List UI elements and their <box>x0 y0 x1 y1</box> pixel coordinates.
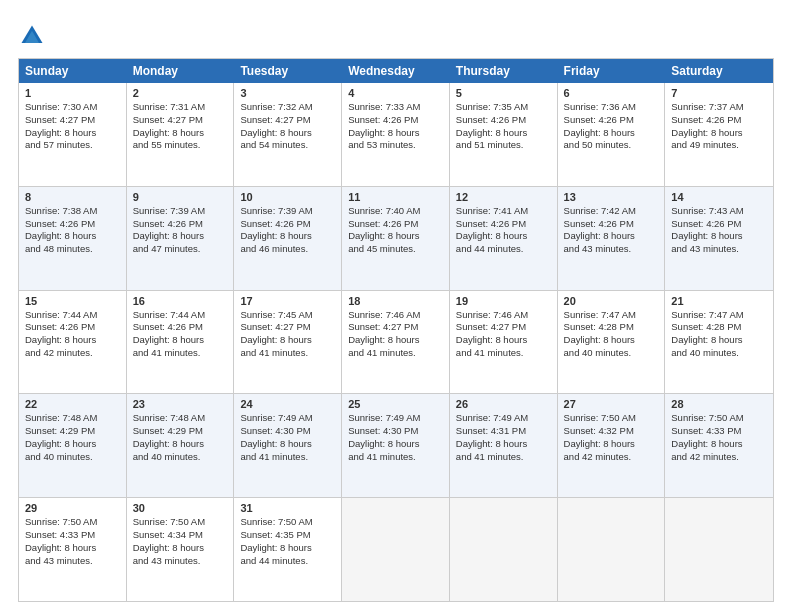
cell-info-line: Sunrise: 7:47 AM <box>564 309 659 322</box>
cell-info-line: Daylight: 8 hours <box>133 230 228 243</box>
header-day-saturday: Saturday <box>665 59 773 83</box>
calendar-row-2: 8Sunrise: 7:38 AMSunset: 4:26 PMDaylight… <box>19 187 773 291</box>
cell-info-line: Daylight: 8 hours <box>456 127 551 140</box>
day-number: 7 <box>671 87 767 99</box>
cell-info-line: Daylight: 8 hours <box>671 334 767 347</box>
calendar-cell <box>450 498 558 601</box>
cell-info-line: Daylight: 8 hours <box>671 230 767 243</box>
day-number: 17 <box>240 295 335 307</box>
cell-info-line: and 53 minutes. <box>348 139 443 152</box>
calendar-cell: 6Sunrise: 7:36 AMSunset: 4:26 PMDaylight… <box>558 83 666 186</box>
cell-info-line: and 41 minutes. <box>240 347 335 360</box>
calendar-row-1: 1Sunrise: 7:30 AMSunset: 4:27 PMDaylight… <box>19 83 773 187</box>
header-day-monday: Monday <box>127 59 235 83</box>
header-day-tuesday: Tuesday <box>234 59 342 83</box>
calendar-cell: 31Sunrise: 7:50 AMSunset: 4:35 PMDayligh… <box>234 498 342 601</box>
cell-info-line: and 41 minutes. <box>456 451 551 464</box>
cell-info-line: Sunrise: 7:50 AM <box>564 412 659 425</box>
cell-info-line: and 42 minutes. <box>564 451 659 464</box>
day-number: 15 <box>25 295 120 307</box>
cell-info-line: and 40 minutes. <box>25 451 120 464</box>
page: SundayMondayTuesdayWednesdayThursdayFrid… <box>0 0 792 612</box>
calendar-cell: 18Sunrise: 7:46 AMSunset: 4:27 PMDayligh… <box>342 291 450 394</box>
cell-info-line: Sunrise: 7:40 AM <box>348 205 443 218</box>
cell-info-line: and 46 minutes. <box>240 243 335 256</box>
cell-info-line: Sunset: 4:30 PM <box>348 425 443 438</box>
calendar-cell: 4Sunrise: 7:33 AMSunset: 4:26 PMDaylight… <box>342 83 450 186</box>
cell-info-line: Sunrise: 7:44 AM <box>133 309 228 322</box>
day-number: 8 <box>25 191 120 203</box>
cell-info-line: Sunset: 4:26 PM <box>671 114 767 127</box>
calendar-cell: 25Sunrise: 7:49 AMSunset: 4:30 PMDayligh… <box>342 394 450 497</box>
day-number: 12 <box>456 191 551 203</box>
cell-info-line: Sunset: 4:27 PM <box>348 321 443 334</box>
cell-info-line: and 42 minutes. <box>25 347 120 360</box>
header-day-wednesday: Wednesday <box>342 59 450 83</box>
cell-info-line: Daylight: 8 hours <box>240 334 335 347</box>
day-number: 31 <box>240 502 335 514</box>
cell-info-line: and 44 minutes. <box>240 555 335 568</box>
header-day-sunday: Sunday <box>19 59 127 83</box>
cell-info-line: Daylight: 8 hours <box>348 438 443 451</box>
cell-info-line: Daylight: 8 hours <box>25 438 120 451</box>
cell-info-line: Sunrise: 7:33 AM <box>348 101 443 114</box>
cell-info-line: Daylight: 8 hours <box>671 127 767 140</box>
cell-info-line: Sunrise: 7:44 AM <box>25 309 120 322</box>
calendar-cell: 3Sunrise: 7:32 AMSunset: 4:27 PMDaylight… <box>234 83 342 186</box>
day-number: 30 <box>133 502 228 514</box>
cell-info-line: Sunset: 4:27 PM <box>240 321 335 334</box>
calendar-cell: 29Sunrise: 7:50 AMSunset: 4:33 PMDayligh… <box>19 498 127 601</box>
calendar-cell: 7Sunrise: 7:37 AMSunset: 4:26 PMDaylight… <box>665 83 773 186</box>
cell-info-line: and 57 minutes. <box>25 139 120 152</box>
calendar-cell: 9Sunrise: 7:39 AMSunset: 4:26 PMDaylight… <box>127 187 235 290</box>
calendar-cell: 12Sunrise: 7:41 AMSunset: 4:26 PMDayligh… <box>450 187 558 290</box>
calendar-cell <box>665 498 773 601</box>
calendar-cell: 17Sunrise: 7:45 AMSunset: 4:27 PMDayligh… <box>234 291 342 394</box>
cell-info-line: Daylight: 8 hours <box>240 438 335 451</box>
cell-info-line: Sunset: 4:26 PM <box>348 114 443 127</box>
cell-info-line: Daylight: 8 hours <box>133 542 228 555</box>
calendar-cell: 28Sunrise: 7:50 AMSunset: 4:33 PMDayligh… <box>665 394 773 497</box>
cell-info-line: Daylight: 8 hours <box>348 334 443 347</box>
day-number: 5 <box>456 87 551 99</box>
cell-info-line: and 41 minutes. <box>240 451 335 464</box>
cell-info-line: Sunrise: 7:31 AM <box>133 101 228 114</box>
cell-info-line: Sunrise: 7:49 AM <box>348 412 443 425</box>
calendar-cell: 22Sunrise: 7:48 AMSunset: 4:29 PMDayligh… <box>19 394 127 497</box>
cell-info-line: Daylight: 8 hours <box>240 230 335 243</box>
cell-info-line: and 40 minutes. <box>564 347 659 360</box>
cell-info-line: Sunset: 4:35 PM <box>240 529 335 542</box>
cell-info-line: Daylight: 8 hours <box>456 334 551 347</box>
cell-info-line: Sunset: 4:28 PM <box>671 321 767 334</box>
day-number: 3 <box>240 87 335 99</box>
day-number: 22 <box>25 398 120 410</box>
cell-info-line: Daylight: 8 hours <box>133 438 228 451</box>
day-number: 26 <box>456 398 551 410</box>
cell-info-line: Sunset: 4:26 PM <box>240 218 335 231</box>
logo <box>18 22 48 50</box>
cell-info-line: and 40 minutes. <box>133 451 228 464</box>
day-number: 18 <box>348 295 443 307</box>
cell-info-line: and 49 minutes. <box>671 139 767 152</box>
cell-info-line: Daylight: 8 hours <box>25 334 120 347</box>
cell-info-line: Daylight: 8 hours <box>564 230 659 243</box>
cell-info-line: and 40 minutes. <box>671 347 767 360</box>
cell-info-line: Sunset: 4:26 PM <box>671 218 767 231</box>
cell-info-line: Sunset: 4:27 PM <box>133 114 228 127</box>
calendar-cell <box>342 498 450 601</box>
cell-info-line: Daylight: 8 hours <box>133 127 228 140</box>
day-number: 28 <box>671 398 767 410</box>
cell-info-line: Sunrise: 7:50 AM <box>25 516 120 529</box>
day-number: 20 <box>564 295 659 307</box>
calendar-row-4: 22Sunrise: 7:48 AMSunset: 4:29 PMDayligh… <box>19 394 773 498</box>
cell-info-line: and 48 minutes. <box>25 243 120 256</box>
calendar-cell: 11Sunrise: 7:40 AMSunset: 4:26 PMDayligh… <box>342 187 450 290</box>
cell-info-line: Sunrise: 7:50 AM <box>671 412 767 425</box>
calendar-row-5: 29Sunrise: 7:50 AMSunset: 4:33 PMDayligh… <box>19 498 773 601</box>
calendar-cell: 20Sunrise: 7:47 AMSunset: 4:28 PMDayligh… <box>558 291 666 394</box>
calendar-cell <box>558 498 666 601</box>
calendar-cell: 19Sunrise: 7:46 AMSunset: 4:27 PMDayligh… <box>450 291 558 394</box>
cell-info-line: Daylight: 8 hours <box>240 127 335 140</box>
cell-info-line: Daylight: 8 hours <box>348 230 443 243</box>
cell-info-line: Sunrise: 7:37 AM <box>671 101 767 114</box>
